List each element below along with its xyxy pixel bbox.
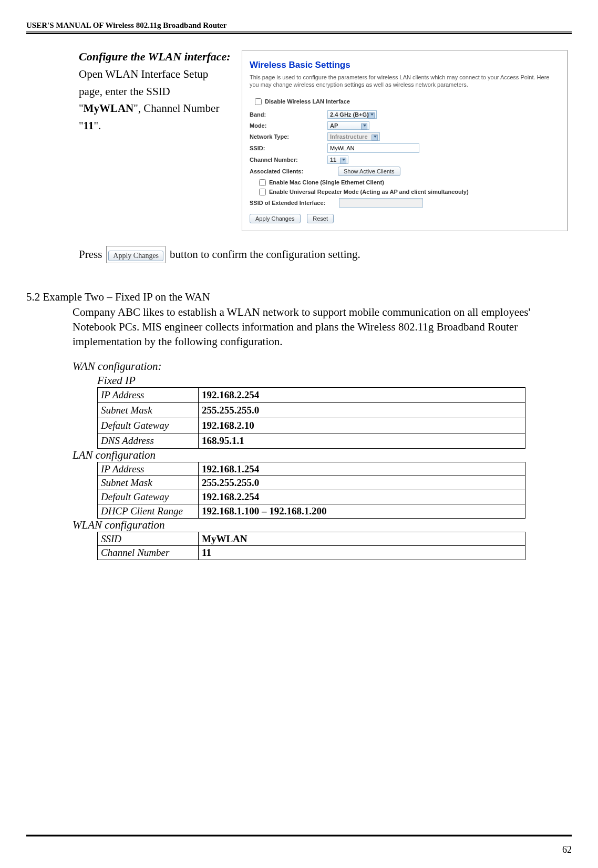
cell-key: SSID bbox=[98, 532, 199, 546]
network-type-label: Network Type: bbox=[250, 133, 327, 140]
show-active-clients-button[interactable]: Show Active Clients bbox=[338, 167, 400, 176]
ext-iface-input[interactable] bbox=[339, 198, 423, 208]
cell-val: 255.255.255.0 bbox=[199, 476, 525, 490]
network-type-value: Infrastructure bbox=[330, 133, 368, 140]
repeater-label: Enable Universal Repeater Mode (Acting a… bbox=[269, 189, 469, 195]
channel-bold: 11 bbox=[84, 119, 94, 132]
cell-val: 192.168.2.254 bbox=[199, 490, 525, 504]
apply-button-inline[interactable]: Apply Changes bbox=[108, 251, 163, 261]
reset-button[interactable]: Reset bbox=[307, 214, 334, 223]
ssid-label: SSID: bbox=[250, 145, 327, 151]
cell-val: 192.168.2.10 bbox=[199, 418, 525, 433]
table-row: IP Address192.168.1.254 bbox=[98, 462, 525, 476]
table-row: DNS Address168.95.1.1 bbox=[98, 433, 525, 448]
wlan-table: SSIDMyWLAN Channel Number11 bbox=[97, 532, 525, 561]
band-label: Band: bbox=[250, 111, 327, 118]
network-type-select: Infrastructure bbox=[327, 132, 380, 141]
body-text-3: ". bbox=[94, 119, 101, 132]
mode-select[interactable]: AP bbox=[327, 121, 369, 130]
wlan-config-label: WLAN configuration bbox=[73, 519, 572, 532]
example-two-body: Company ABC likes to establish a WLAN ne… bbox=[73, 305, 572, 349]
wan-table: IP Address192.168.2.254 Subnet Mask255.2… bbox=[97, 387, 525, 449]
cell-key: Subnet Mask bbox=[98, 476, 199, 490]
table-row: Subnet Mask255.255.255.0 bbox=[98, 402, 525, 418]
configure-wlan-body: Open WLAN Interface Setup page, enter th… bbox=[79, 66, 231, 134]
apply-button-inline-box: Apply Changes bbox=[106, 246, 166, 263]
cell-key: Subnet Mask bbox=[98, 402, 199, 418]
panel-title: Wireless Basic Settings bbox=[250, 60, 560, 70]
mac-clone-checkbox[interactable] bbox=[259, 179, 266, 186]
table-row: SSIDMyWLAN bbox=[98, 532, 525, 546]
wan-config-label: WAN configuration: bbox=[73, 360, 572, 373]
disable-wlan-label: Disable Wireless LAN Interface bbox=[265, 98, 350, 105]
press-after: button to confirm the configuration sett… bbox=[170, 248, 360, 261]
cell-val: 192.168.1.100 – 192.168.1.200 bbox=[199, 504, 525, 518]
mac-clone-label: Enable Mac Clone (Single Ethernet Client… bbox=[269, 179, 384, 185]
table-row: Channel Number11 bbox=[98, 546, 525, 560]
cell-key: Default Gateway bbox=[98, 490, 199, 504]
channel-label: Channel Number: bbox=[250, 157, 327, 163]
mode-value: AP bbox=[330, 122, 338, 129]
cell-val: 192.168.2.254 bbox=[199, 387, 525, 402]
table-row: Default Gateway192.168.2.254 bbox=[98, 490, 525, 504]
cell-key: Channel Number bbox=[98, 546, 199, 560]
cell-val: MyWLAN bbox=[199, 532, 525, 546]
lan-table: IP Address192.168.1.254 Subnet Mask255.2… bbox=[97, 462, 525, 519]
table-row: DHCP Client Range192.168.1.100 – 192.168… bbox=[98, 504, 525, 518]
header-rule-thick bbox=[26, 33, 572, 34]
cell-val: 192.168.1.254 bbox=[199, 462, 525, 476]
press-label: Press bbox=[79, 248, 102, 261]
cell-key: DNS Address bbox=[98, 433, 199, 448]
cell-val: 255.255.255.0 bbox=[199, 402, 525, 418]
header-rule-thin bbox=[26, 32, 572, 32]
channel-value: 11 bbox=[330, 157, 336, 163]
ssid-bold: MyWLAN bbox=[84, 102, 134, 115]
table-row: Default Gateway192.168.2.10 bbox=[98, 418, 525, 433]
mode-label: Mode: bbox=[250, 122, 327, 129]
cell-val: 11 bbox=[199, 546, 525, 560]
table-row: Subnet Mask255.255.255.0 bbox=[98, 476, 525, 490]
cell-key: Default Gateway bbox=[98, 418, 199, 433]
cell-key: IP Address bbox=[98, 387, 199, 402]
cell-key: DHCP Client Range bbox=[98, 504, 199, 518]
panel-description: This page is used to configure the param… bbox=[250, 74, 560, 89]
fixed-ip-label: Fixed IP bbox=[97, 374, 572, 387]
band-value: 2.4 GHz (B+G) bbox=[330, 111, 369, 118]
configure-wlan-heading: Configure the WLAN interface: bbox=[79, 50, 231, 64]
cell-key: IP Address bbox=[98, 462, 199, 476]
ssid-input[interactable] bbox=[327, 143, 419, 153]
cell-val: 168.95.1.1 bbox=[199, 433, 525, 448]
repeater-checkbox[interactable] bbox=[259, 189, 266, 195]
assoc-label: Associated Clients: bbox=[250, 168, 327, 174]
table-row: IP Address192.168.2.254 bbox=[98, 387, 525, 402]
wireless-settings-panel: Wireless Basic Settings This page is use… bbox=[242, 50, 568, 231]
band-select[interactable]: 2.4 GHz (B+G) bbox=[327, 110, 377, 119]
example-two-heading: 5.2 Example Two – Fixed IP on the WAN bbox=[26, 291, 572, 304]
disable-wlan-checkbox[interactable] bbox=[255, 98, 262, 105]
lan-config-label: LAN configuration bbox=[73, 449, 572, 462]
page-header: USER'S MANUAL OF Wireless 802.11g Broadb… bbox=[26, 21, 572, 32]
apply-changes-button[interactable]: Apply Changes bbox=[250, 214, 301, 223]
ext-iface-label: SSID of Extended Interface: bbox=[250, 200, 339, 206]
channel-select[interactable]: 11 bbox=[327, 156, 348, 164]
